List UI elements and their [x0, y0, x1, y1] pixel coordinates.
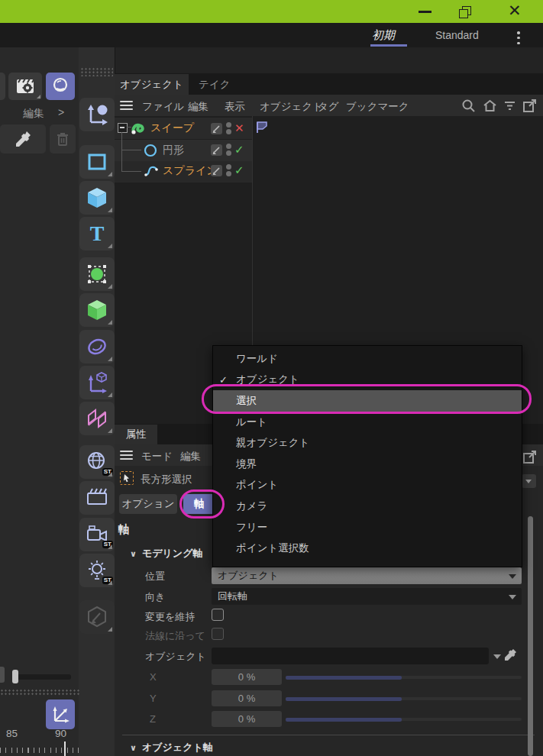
tree-item-circle[interactable]: 円形 — [163, 141, 184, 160]
sweep-object-icon[interactable] — [130, 120, 147, 137]
minimize-icon[interactable] — [419, 11, 431, 13]
selection-object-button[interactable] — [79, 257, 115, 291]
scale-slider-handle[interactable] — [12, 670, 18, 683]
rectangle-spline-button[interactable] — [79, 145, 115, 179]
render-view-button[interactable] — [0, 73, 5, 100]
menu-item-object[interactable]: ✓ オブジェクト — [213, 370, 522, 391]
scale-slider-track[interactable] — [16, 674, 71, 680]
enable-state-check[interactable]: ✓ — [234, 141, 244, 159]
circle-spline-icon[interactable] — [144, 144, 157, 157]
restore-icon-front[interactable] — [459, 9, 468, 18]
x-slider-fill — [286, 676, 402, 680]
menu-file[interactable]: ファイル — [142, 100, 184, 114]
tab-attributes[interactable]: 属性 — [115, 425, 157, 444]
menu-tags[interactable]: タグ — [318, 100, 339, 114]
symmetry-button[interactable] — [79, 402, 115, 435]
timeline-ruler[interactable] — [0, 748, 79, 753]
camera-object-button[interactable]: ST — [79, 518, 115, 551]
magnify-glass-button[interactable] — [46, 73, 75, 100]
filter-icon[interactable] — [503, 99, 517, 113]
menu-edit[interactable]: 編集 — [188, 100, 208, 114]
x-label: X — [150, 671, 157, 683]
menu-item-camera[interactable]: カメラ — [213, 496, 522, 517]
menu-item-selection[interactable]: 選択 — [213, 390, 522, 412]
sky-object-button[interactable]: ST — [79, 445, 115, 479]
pick-button[interactable] — [0, 124, 46, 153]
tree-item-spline[interactable]: スプライン — [163, 162, 218, 180]
popout-icon[interactable] — [522, 450, 537, 464]
home-icon[interactable] — [483, 99, 497, 113]
orientation-combo[interactable]: 回転軸 — [212, 588, 522, 605]
rectangle-select-icon[interactable] — [120, 471, 134, 485]
layout-menu-icon[interactable] — [517, 29, 520, 47]
light-object-button[interactable]: ST — [79, 554, 115, 587]
deformer-cube-button[interactable] — [79, 293, 115, 327]
close-icon[interactable]: ✕ — [508, 2, 522, 20]
flag-tag-icon[interactable] — [255, 121, 269, 134]
along-normals-label: 法線に沿って — [145, 629, 205, 643]
cube-primitive-button[interactable] — [79, 181, 115, 215]
section-object-axis[interactable]: ∨ オブジェクト軸 — [130, 741, 213, 754]
edit-toggle[interactable] — [211, 123, 222, 134]
timeline-playhead[interactable] — [64, 741, 66, 756]
enable-state-check[interactable]: ✓ — [234, 161, 244, 179]
menu-objects[interactable]: オブジェクト — [260, 100, 323, 114]
menu-item-parent-object[interactable]: 親オブジェクト — [213, 432, 522, 454]
scrollbar-thumb[interactable] — [528, 516, 533, 756]
annotate-tool-button — [79, 600, 115, 634]
menu-item-boundary[interactable]: 境界 — [213, 454, 522, 475]
keep-changes-checkbox[interactable] — [212, 609, 224, 621]
menu-mode[interactable]: モード — [141, 450, 173, 464]
selection-object-icon — [85, 262, 109, 286]
menu-item-free[interactable]: フリー — [213, 517, 522, 538]
edit-toggle[interactable] — [211, 144, 222, 156]
coordinates-button[interactable] — [46, 699, 75, 729]
x-value[interactable]: 0 % — [212, 669, 282, 685]
render-settings-button[interactable] — [8, 73, 42, 100]
chevron-down-icon[interactable] — [493, 654, 501, 659]
tab-takes[interactable]: テイク — [199, 74, 230, 95]
delete-button[interactable] — [50, 124, 76, 153]
hamburger-icon[interactable] — [120, 101, 133, 110]
menu-view[interactable]: 表示 — [225, 100, 245, 114]
volume-torus-button[interactable] — [79, 330, 115, 363]
visibility-dots[interactable] — [226, 144, 231, 156]
mode-button-options[interactable]: オプション — [119, 494, 177, 514]
z-value[interactable]: 0 % — [212, 711, 282, 727]
dropdown-button[interactable] — [522, 474, 536, 488]
menu-bookmarks[interactable]: ブックマーク — [346, 100, 409, 114]
eyedropper-icon[interactable] — [503, 648, 517, 662]
visibility-dots[interactable] — [226, 122, 231, 134]
tree-item-sweep[interactable]: スイープ — [150, 119, 194, 137]
enable-state-x[interactable]: ✕ — [234, 119, 244, 137]
panel-drag-handle[interactable] — [80, 67, 113, 76]
render-view-icon — [0, 76, 2, 96]
menu-item-root[interactable]: ルート — [213, 412, 522, 433]
menu-item-world[interactable]: ワールド — [213, 348, 522, 370]
position-combo[interactable]: オブジェクト — [212, 567, 522, 584]
search-icon[interactable] — [461, 99, 476, 113]
tab-objects[interactable]: オブジェクト — [115, 74, 189, 95]
text-primitive-button[interactable]: T — [79, 217, 115, 250]
popout-icon[interactable] — [522, 99, 537, 113]
edit-palette-chevron[interactable]: > — [58, 106, 64, 118]
visibility-dots[interactable] — [226, 164, 231, 176]
object-link-field[interactable] — [212, 648, 489, 664]
menu-edit-attr[interactable]: 編集 — [180, 450, 201, 464]
move-tool-button[interactable] — [79, 98, 115, 131]
edit-toggle[interactable] — [211, 165, 222, 176]
stage-object-button[interactable] — [79, 481, 115, 515]
hamburger-icon[interactable] — [120, 451, 133, 460]
layout-tab-initial[interactable]: 初期 — [372, 28, 395, 43]
spline-object-icon[interactable] — [143, 162, 160, 179]
axis-workplane-button[interactable] — [79, 366, 115, 399]
layout-tab-standard[interactable]: Standard — [435, 29, 479, 41]
menu-item-point[interactable]: ポイント — [213, 475, 522, 496]
menu-item-point-selection-count[interactable]: ポイント選択数 — [213, 538, 522, 559]
tree-collapse-box[interactable] — [118, 123, 128, 133]
mode-button-axis[interactable]: 軸 — [183, 494, 215, 514]
section-modeling-axis[interactable]: ∨ モデリング軸 — [130, 547, 202, 561]
sphere-icon — [50, 76, 70, 96]
panel-drag-handle-bottom[interactable] — [0, 689, 81, 696]
y-value[interactable]: 0 % — [212, 690, 282, 706]
